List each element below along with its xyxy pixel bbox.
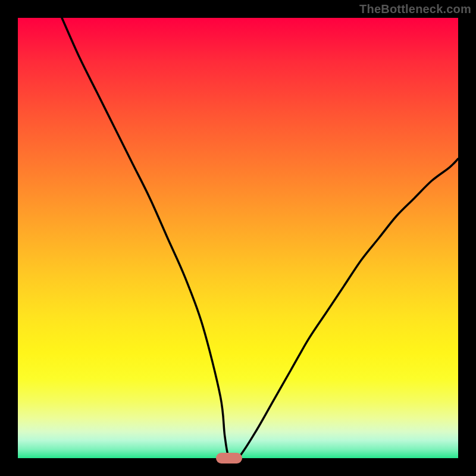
bottleneck-curve (18, 18, 458, 458)
watermark-text: TheBottleneck.com (359, 2, 471, 16)
plot-area (18, 18, 458, 458)
minimum-marker (216, 453, 242, 464)
chart-frame: TheBottleneck.com (0, 0, 476, 476)
